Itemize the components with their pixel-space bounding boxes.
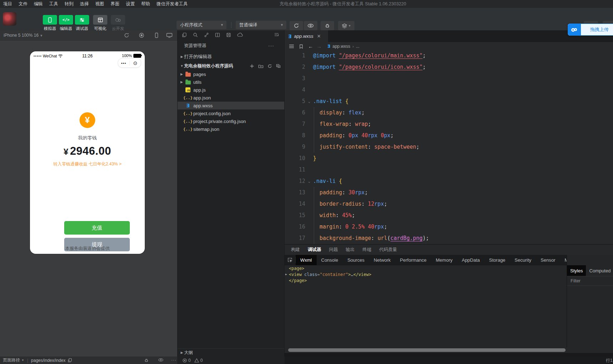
styles-tab-computed[interactable]: Computed [586,265,613,276]
code-line-17[interactable]: 17 background-image: url(cardBg.png); [285,232,613,244]
panel-tab-1[interactable]: 调试器 [308,247,321,253]
nav-back-icon[interactable]: ← [308,43,313,49]
menu-item-9[interactable]: 帮助 [138,0,153,8]
menu-item-2[interactable]: 编辑 [31,0,46,8]
mode-button-debugger-sliders[interactable]: 调试器 [74,15,90,31]
styles-tab-styles[interactable]: Styles [567,265,586,276]
device-debug-button[interactable] [321,21,334,30]
more-actions-icon[interactable]: ··· [268,43,274,48]
breadcrumb-more[interactable]: ... [356,44,359,49]
menu-item-6[interactable]: 视图 [92,0,107,8]
scheme-select[interactable]: 小程序模式 ▼ [177,21,226,29]
panel-tab-5[interactable]: 代码质量 [379,247,397,253]
monitor-icon[interactable] [166,32,173,38]
devtools-tab-wxml[interactable]: Wxml [296,255,317,265]
mode-button-simulator-phone[interactable]: 模拟器 [42,15,58,31]
devtools-tab-storage[interactable]: Storage [485,255,510,265]
open-editors-section[interactable]: ▶ 打开的编辑器 [178,52,284,61]
code-line-1[interactable]: 1@import "/pages/colorui/main.wxss"; [285,50,613,61]
file-item-sitemap.json[interactable]: {..}sitemap.json [178,125,284,133]
file-item-pages[interactable]: ▶pages [178,70,284,78]
menu-item-10[interactable]: 微信开发者工具 [153,0,191,8]
code-line-7[interactable]: 7 flex-wrap: wrap; [285,118,613,130]
mode-button-editor-code[interactable]: </>编辑器 [58,15,74,31]
cursor-position[interactable]: 行1, [606,358,613,364]
recharge-button[interactable]: 充值 [64,221,130,235]
more-icon[interactable]: ··· [171,358,177,363]
cloud-icon[interactable] [237,33,243,37]
file-item-app.wxss[interactable]: Ǝapp.wxss [178,102,284,109]
panel-tab-3[interactable]: 输出 [346,247,355,253]
compile-button[interactable] [290,21,303,30]
drag-upload-badge[interactable]: 拖拽上传 [568,24,613,36]
inspect-element-icon[interactable] [285,257,296,263]
expand-arrow-icon[interactable]: ▶ [285,273,289,276]
save-icon[interactable] [226,32,231,37]
devtools-tab-performance[interactable]: Performance [395,255,431,265]
code-line-15[interactable]: 15 width: 45%; [285,210,613,221]
code-line-3[interactable]: 3 [285,73,613,84]
capsule-close-icon[interactable]: ⊙ [130,60,141,66]
devtools-tab-memory[interactable]: Memory [431,255,457,265]
code-line-16[interactable]: 16 margin: 0 2.5% 40rpx; [285,221,613,232]
visibility-eye-icon[interactable] [158,358,164,362]
devtools-tab-console[interactable]: Console [317,255,343,265]
bookmark-icon[interactable] [299,44,303,49]
menu-item-1[interactable]: 文件 [15,0,31,8]
page-path-value[interactable]: pages/index/index [31,358,66,363]
fold-chevron-icon[interactable]: ⌄ [305,179,313,183]
file-item-utils[interactable]: ▶utils [178,78,284,86]
file-item-project.config.json[interactable]: {..}project.config.json [178,109,284,117]
close-icon[interactable]: ✕ [317,34,321,39]
capsule-more-icon[interactable]: ••• [118,61,129,65]
code-line-4[interactable]: 4 [285,84,613,96]
tab-app-wxss[interactable]: Ǝ app.wxss ✕ [285,30,328,42]
menu-item-3[interactable]: 工具 [46,0,61,8]
wxml-node-1[interactable]: ▶<view class="container">…</view> [285,271,567,277]
project-root[interactable]: ▼ 充电余额特效小程序源码 [178,62,284,70]
code-editor[interactable]: 1@import "/pages/colorui/main.wxss";2@im… [285,50,613,244]
breadcrumb-file[interactable]: app.wxss [332,44,350,49]
code-line-9[interactable]: 9 justify-content: space-between; [285,141,613,153]
panel-tab-2[interactable]: 问题 [329,247,338,253]
styles-filter[interactable]: Filter [567,276,613,286]
menu-item-4[interactable]: 转到 [61,0,77,8]
search-icon[interactable] [193,32,198,37]
copy-icon[interactable] [68,358,72,363]
clear-cache-button[interactable]: ▼ [338,21,354,30]
panel-tab-0[interactable]: 构建 [291,247,300,253]
menu-item-8[interactable]: 设置 [123,0,138,8]
collapse-all-icon[interactable] [276,64,281,68]
rotate-icon[interactable] [124,32,129,38]
code-line-5[interactable]: 5⌄.nav-list { [285,96,613,107]
mode-button-visualization-layout[interactable]: 可视化 [92,15,108,31]
code-line-6[interactable]: 6 display: flex; [285,107,613,118]
file-item-project.private.config.json[interactable]: {..}project.private.config.json [178,117,284,125]
horizontal-scrollbar[interactable] [288,348,566,352]
devtools-tab-network[interactable]: Network [369,255,395,265]
device-selector[interactable]: iPhone 5 100% 16 ▼ [4,33,43,38]
wealth-promo-link[interactable]: 转入零钱通赚收益 七日年化2.43% > [30,161,145,167]
code-line-12[interactable]: 12⌄.nav-li { [285,175,613,187]
fold-chevron-icon[interactable]: ⌄ [305,99,313,103]
devtools-tab-sources[interactable]: Sources [343,255,369,265]
refresh-icon[interactable] [267,64,272,68]
devtools-tab-security[interactable]: Security [510,255,536,265]
menu-item-0[interactable]: 项目 [0,0,15,8]
wxml-node-2[interactable]: </page> [285,277,567,283]
code-line-14[interactable]: 14 border-radius: 12rpx; [285,198,613,210]
user-avatar[interactable] [3,12,16,26]
outline-list-icon[interactable] [289,44,294,48]
outline-toggle-icon[interactable] [274,32,279,37]
page-path-label[interactable]: 页面路径 [3,357,20,363]
file-item-app.json[interactable]: {..}app.json [178,94,284,102]
phone-frame-icon[interactable] [154,32,159,38]
split-editor-icon[interactable] [215,32,220,37]
record-icon[interactable] [139,32,144,38]
new-folder-icon[interactable] [258,64,264,68]
menu-item-5[interactable]: 选择 [77,0,92,8]
outline-section[interactable]: ▶ 大纲 [178,348,284,357]
preview-button[interactable] [304,21,317,30]
wxml-node-0[interactable]: <page> [285,265,567,271]
code-line-13[interactable]: 13 padding: 30rpx; [285,187,613,198]
